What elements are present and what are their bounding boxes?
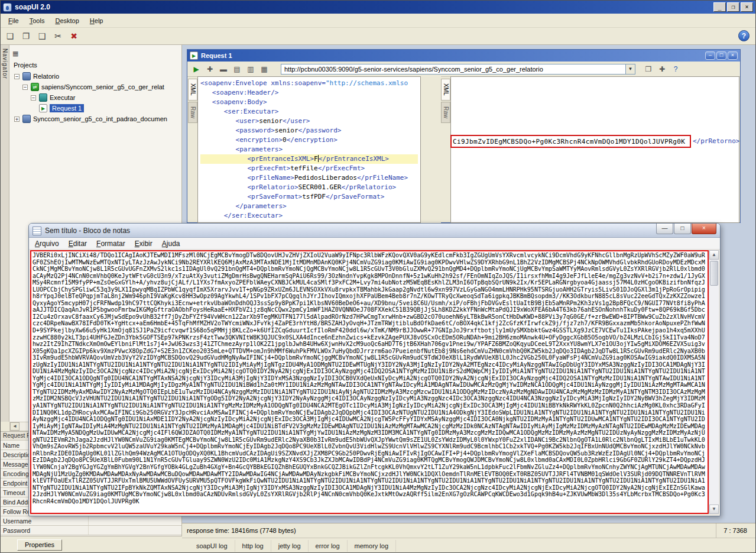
tree-item-sapiens-synccom-senior-g5-co-g[interactable]: −⇄sapiens/Synccom_senior_g5_co_ger_relat (9, 82, 181, 92)
notepad-client-area: JVBERi0xLjINCiXi48/TDQo1ICAgIAoKJTEwMDI1… (30, 250, 719, 514)
request-close-icon[interactable]: × (728, 51, 738, 60)
request-maximize-icon[interactable]: □ (716, 51, 726, 60)
restore-panel-icon[interactable]: ❐ (643, 64, 654, 75)
notepad-titlebar[interactable]: Sem título - Bloco de notas — □ × (29, 224, 720, 238)
xml-line: <encryption>0</encryption> (200, 135, 418, 145)
response-closing-tag: </prRetorno> (693, 137, 739, 145)
collapse-icon[interactable]: − (22, 85, 28, 90)
log-tab-memory-log[interactable]: memory log (348, 540, 396, 552)
caret-position-status: 7 : 7368 (716, 523, 756, 538)
xml-line: </parameters> (200, 202, 418, 211)
menu-desktop[interactable]: Desktop (50, 15, 84, 26)
request-window-titlebar[interactable]: ▶ Request 1 – □ × (187, 50, 740, 62)
notepad-close-icon[interactable]: × (692, 224, 716, 234)
properties-tab-button[interactable]: Properties (17, 539, 62, 551)
help-icon[interactable]: ? (670, 64, 681, 75)
tab-xml[interactable]: XML (441, 79, 450, 101)
layout-tabbed-icon[interactable]: ▦ (259, 64, 270, 75)
notepad-menu-arquivo[interactable]: Arquivo (30, 238, 64, 249)
xml-line: <soapenv:Envelope xmlns:soapenv="http://… (200, 79, 418, 88)
editor-splitter[interactable] (421, 76, 441, 223)
layout-vertical-icon[interactable]: ▥ (245, 64, 256, 75)
notepad-menu-ajuda[interactable]: Ajuda (157, 238, 185, 249)
xml-line: <prExecFmt>tefFile</prExecFmt> (200, 164, 418, 173)
split-icon[interactable]: ▬ (218, 64, 229, 75)
property-value[interactable] (88, 516, 181, 525)
scrollbar-thumb[interactable] (710, 261, 718, 286)
import-project-icon[interactable]: ❐ (20, 30, 32, 42)
tree-item-synccom-senior-g5-co-int-padra[interactable]: +Synccom_senior_g5_co_int_padrao_documen (9, 114, 181, 124)
request-toolbar: ▶✚▬▤▥▦ http://pcbnu00305:9090/g5-senior-… (187, 62, 740, 77)
endpoint-combo[interactable]: http://pcbnu00305:9090/g5-senior-service… (281, 64, 635, 75)
close-icon[interactable]: × (741, 2, 753, 12)
notepad-text-area[interactable]: JVBERi0xLjINCiXi48/TDQo1ICAgIAoKJTEwMDI1… (30, 250, 709, 514)
scroll-up-icon[interactable]: ▲ (709, 250, 719, 260)
tree-options-icon[interactable]: ▦ (12, 50, 18, 57)
expand-icon[interactable]: + (14, 117, 20, 122)
copy-icon[interactable]: ❑ (36, 30, 48, 42)
request-xml-editor[interactable]: <soapenv:Envelope xmlns:soapenv="http://… (197, 76, 421, 223)
tree-item-request-1[interactable]: ▶Request 1 (9, 103, 181, 114)
menu-bar: FileToolsDesktopHelp (1, 14, 755, 28)
log-tab-jetty-log[interactable]: jetty log (271, 540, 309, 552)
tab-raw[interactable]: Raw (188, 102, 197, 123)
add-icon[interactable]: ✚ (205, 64, 215, 75)
projects-root-label[interactable]: Projects (9, 59, 181, 71)
chevron-down-icon[interactable]: ▼ (625, 64, 635, 74)
notepad-menu-formatar[interactable]: Formatar (92, 238, 130, 249)
notepad-minimize-icon[interactable]: — (656, 224, 673, 234)
tree-item-label: sapiens/Synccom_senior_g5_co_ger_relat (41, 83, 164, 90)
collapse-icon[interactable]: − (14, 74, 20, 79)
submit-button[interactable]: ▶ (191, 64, 202, 75)
collapse-icon[interactable]: − (31, 95, 36, 101)
help-icon[interactable]: ? (738, 30, 749, 41)
navigator-strip[interactable]: Navigator (1, 45, 9, 422)
cut-icon[interactable]: ✂ (52, 30, 64, 42)
tree-item-executar[interactable]: −Executar (9, 92, 181, 103)
property-row-password[interactable]: Password (1, 526, 181, 535)
request-icon: ▶ (39, 104, 47, 112)
menu-help[interactable]: Help (85, 15, 109, 26)
status-bar: response time: 18416ms (7748 bytes) 7 : … (182, 523, 756, 538)
request-minimize-icon[interactable]: – (705, 51, 715, 60)
response-time-status: response time: 18416ms (7748 bytes) (182, 527, 716, 534)
xml-line: <user>senior</user> (200, 117, 418, 126)
notepad-window: Sem título - Bloco de notas — □ × Arquiv… (28, 223, 721, 516)
delete-icon[interactable]: ✖ (68, 30, 80, 42)
operation-icon (39, 93, 47, 102)
maximize-icon[interactable]: ❐ (727, 2, 739, 12)
main-toolbar: ❏❐❑✂✖ (1, 28, 755, 45)
tab-xml[interactable]: XML (188, 79, 197, 101)
minimize-icon[interactable]: _ (713, 2, 726, 12)
xml-line: <ser:Executar> (200, 107, 418, 117)
log-tab-error-log[interactable]: error log (309, 540, 348, 552)
property-value[interactable] (88, 526, 181, 535)
app-icon (3, 3, 12, 12)
tree-item-label: Request 1 (50, 104, 84, 112)
xml-line: <password>senior</password> (200, 126, 418, 135)
response-editor[interactable] (450, 76, 739, 223)
tree-item-label: Executar (50, 94, 75, 101)
tree-item-relatorio[interactable]: −Relatorio (9, 71, 181, 82)
add-panel-icon[interactable]: ✚ (657, 64, 667, 75)
notepad-icon (33, 227, 41, 235)
notepad-scrollbar[interactable]: ▲ ▼ (709, 250, 719, 514)
new-workspace-icon[interactable]: ❏ (4, 30, 16, 42)
log-tab-http-log[interactable]: http log (235, 540, 271, 552)
soapui-main-window: soapUI 2.0 _ ❐ × FileToolsDesktopHelp ❏❐… (0, 0, 756, 553)
log-tab-soapui-log[interactable]: soapUI log (189, 540, 235, 552)
menu-tools[interactable]: Tools (24, 15, 50, 26)
layout-horizontal-icon[interactable]: ▤ (232, 64, 242, 75)
tab-raw[interactable]: Raw (441, 102, 450, 123)
xml-line: <soapenv:Body> (200, 98, 418, 107)
scroll-left-icon[interactable]: ◄ (10, 422, 20, 431)
scroll-down-icon[interactable]: ▼ (709, 505, 719, 514)
endpoint-url[interactable]: http://pcbnu00305:9090/g5-senior-service… (281, 66, 625, 73)
property-row-username[interactable]: Username (1, 516, 181, 526)
notepad-maximize-icon[interactable]: □ (674, 224, 691, 234)
tree-item-label: Synccom_senior_g5_co_int_padrao_documen (33, 115, 167, 122)
notepad-menu-editar[interactable]: Editar (64, 238, 92, 249)
menu-file[interactable]: File (3, 15, 24, 26)
notepad-menu-exibir[interactable]: Exibir (130, 238, 157, 249)
response-boxed-text: Ci9JbmZvIDEgMCBSDQo+Pg0Kc3RhcnR4cmVmDQo1… (453, 138, 685, 145)
